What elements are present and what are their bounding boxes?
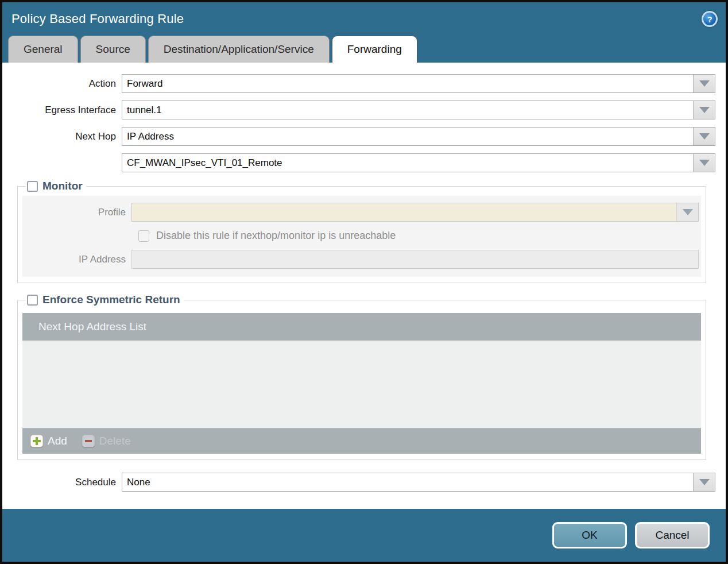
titlebar: Policy Based Forwarding Rule ? (2, 2, 726, 36)
next-hop-address-dropdown-button[interactable] (693, 154, 715, 172)
chevron-down-icon (699, 133, 710, 140)
egress-interface-value: tunnel.1 (122, 101, 693, 119)
chevron-down-icon (699, 107, 710, 113)
policy-based-forwarding-dialog: Policy Based Forwarding Rule ? General S… (0, 0, 728, 564)
symmetric-return-legend: Enforce Symmetric Return (26, 293, 184, 306)
next-hop-address-list-toolbar: Add Delete (22, 428, 701, 454)
next-hop-address-list-header: Next Hop Address List (22, 313, 701, 341)
tab-bar: General Source Destination/Application/S… (2, 36, 726, 63)
monitor-panel: Profile Disable this rule if nexthop/mon… (22, 196, 701, 277)
forwarding-tab-panel: Action Forward Egress Interface tunnel.1… (2, 63, 726, 509)
profile-dropdown-button (676, 203, 698, 221)
schedule-value: None (122, 473, 693, 491)
action-row: Action Forward (2, 74, 715, 93)
add-button-label: Add (48, 435, 67, 447)
chevron-down-icon (699, 80, 710, 87)
next-hop-address-list-body[interactable] (22, 341, 701, 428)
delete-icon (82, 435, 95, 447)
help-glyph: ? (707, 14, 712, 24)
profile-label: Profile (22, 207, 131, 218)
tab-forwarding[interactable]: Forwarding (332, 36, 417, 63)
dialog-footer: OK Cancel (2, 509, 726, 562)
monitor-legend-label: Monitor (42, 180, 83, 192)
monitor-ip-address-input (131, 250, 699, 269)
symmetric-return-group: Enforce Symmetric Return Next Hop Addres… (17, 293, 706, 460)
profile-value (132, 203, 676, 221)
tab-destination-application-service[interactable]: Destination/Application/Service (148, 36, 330, 63)
schedule-dropdown-button[interactable] (693, 473, 715, 491)
chevron-down-icon (683, 209, 693, 215)
add-button[interactable]: Add (30, 435, 67, 447)
help-icon[interactable]: ? (702, 11, 718, 27)
monitor-ip-address-row: IP Address (22, 250, 699, 269)
action-value: Forward (122, 75, 693, 92)
symmetric-return-checkbox[interactable] (27, 295, 38, 306)
cancel-button[interactable]: Cancel (635, 522, 710, 548)
profile-select (131, 203, 699, 222)
delete-button-label: Delete (99, 435, 131, 447)
monitor-legend: Monitor (26, 180, 86, 192)
monitor-checkbox[interactable] (27, 181, 38, 192)
profile-row: Profile (22, 203, 699, 222)
disable-rule-label: Disable this rule if nexthop/monitor ip … (156, 230, 396, 242)
tab-general[interactable]: General (8, 36, 78, 63)
disable-rule-checkbox (138, 230, 149, 242)
schedule-label: Schedule (2, 477, 122, 488)
disable-rule-row: Disable this rule if nexthop/monitor ip … (138, 230, 701, 242)
ok-button[interactable]: OK (552, 522, 627, 548)
egress-interface-dropdown-button[interactable] (693, 101, 715, 119)
next-hop-dropdown-button[interactable] (693, 128, 715, 145)
chevron-down-icon (699, 479, 710, 485)
action-label: Action (2, 78, 122, 90)
symmetric-return-legend-label: Enforce Symmetric Return (42, 293, 180, 306)
monitor-ip-address-label: IP Address (22, 254, 131, 265)
tab-source[interactable]: Source (80, 36, 146, 63)
action-dropdown-button[interactable] (693, 75, 715, 92)
egress-interface-label: Egress Interface (2, 105, 122, 116)
egress-interface-select[interactable]: tunnel.1 (122, 101, 715, 119)
delete-button[interactable]: Delete (82, 435, 131, 447)
next-hop-type-value: IP Address (122, 128, 693, 145)
schedule-select[interactable]: None (122, 473, 715, 492)
next-hop-address-row: CF_MWAN_IPsec_VTI_01_Remote (2, 153, 715, 172)
dialog-title: Policy Based Forwarding Rule (11, 11, 184, 26)
next-hop-address-list-table: Next Hop Address List Add Delete (22, 313, 701, 454)
action-select[interactable]: Forward (122, 74, 715, 93)
next-hop-address-value: CF_MWAN_IPsec_VTI_01_Remote (122, 154, 693, 172)
next-hop-address-select[interactable]: CF_MWAN_IPsec_VTI_01_Remote (122, 153, 715, 172)
chevron-down-icon (699, 160, 710, 166)
next-hop-type-select[interactable]: IP Address (122, 127, 715, 146)
next-hop-label: Next Hop (2, 131, 122, 142)
egress-interface-row: Egress Interface tunnel.1 (2, 101, 715, 119)
add-icon (30, 435, 43, 447)
schedule-row: Schedule None (2, 473, 715, 492)
next-hop-row: Next Hop IP Address (2, 127, 715, 146)
monitor-group: Monitor Profile Disable this rule if nex… (17, 180, 706, 283)
